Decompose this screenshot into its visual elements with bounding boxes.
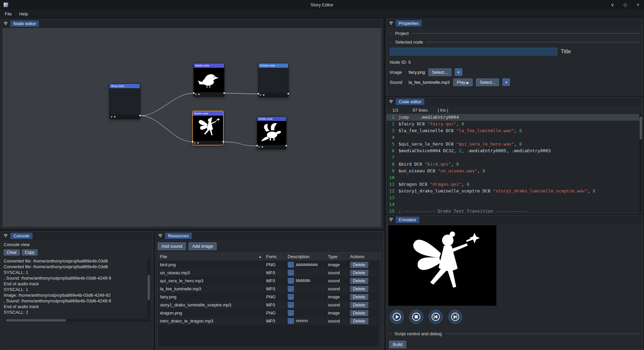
node-title: Media node <box>257 117 286 121</box>
input-port[interactable] <box>256 145 258 147</box>
image-clear-button[interactable]: × <box>455 68 462 76</box>
dock-menu-icon[interactable] <box>3 233 8 238</box>
clear-button[interactable]: Clear <box>4 249 20 255</box>
dock-menu-icon[interactable] <box>389 99 393 104</box>
code-editor-header: Code editor <box>386 97 643 106</box>
delete-button[interactable]: Delete <box>350 270 368 276</box>
console-view-label: Console view <box>4 242 150 249</box>
image-select-button[interactable]: Select... <box>428 68 451 76</box>
graph-node-dragon[interactable]: Media node▶◼ <box>257 116 286 149</box>
properties-body: Project Selected node Title Node ID: 5 I… <box>386 27 643 95</box>
delete-button[interactable]: Delete <box>350 302 368 308</box>
resources-header: Resources <box>156 231 384 240</box>
next-button[interactable] <box>448 310 462 324</box>
code-text: $bird DC8 "bird.qoi", 8 <box>398 161 459 168</box>
sound-play-button[interactable]: Play ▶ <box>453 78 473 86</box>
line-number: 5 <box>386 141 398 148</box>
graph-node-bird[interactable]: Media node▶◼ <box>194 63 224 97</box>
previous-button[interactable] <box>429 310 443 324</box>
description-edit-button[interactable]: .. <box>288 302 294 308</box>
build-button[interactable]: Build <box>389 341 406 348</box>
code-vertical-scrollbar-track <box>639 114 642 213</box>
output-port[interactable] <box>285 145 287 147</box>
console-vertical-scrollbar[interactable] <box>148 275 150 300</box>
resource-type: sound <box>326 317 348 325</box>
column-format[interactable]: Form. <box>264 253 285 261</box>
code-vertical-scrollbar[interactable] <box>640 117 642 139</box>
output-port[interactable] <box>287 93 289 95</box>
line-number: 9 <box>386 168 398 174</box>
delete-button[interactable]: Delete <box>350 286 368 292</box>
delete-button[interactable]: Delete <box>350 294 368 300</box>
line-number: 4 <box>386 134 398 141</box>
resource-row: qui_sera_le_hero.mp3MP3..bbbbbbsoundDele… <box>158 277 381 285</box>
dock-menu-icon[interactable] <box>158 233 163 238</box>
copy-button[interactable]: Copy <box>22 249 38 255</box>
resource-type: sound <box>326 285 348 293</box>
code-line: 8$bird DC8 "bird.qoi", 8 <box>386 161 643 168</box>
input-port[interactable] <box>258 93 259 95</box>
console-body: Console view Clear Copy Converted file: … <box>1 240 153 349</box>
description-edit-button[interactable]: .. <box>288 270 294 276</box>
code-area[interactable]: 1jump .mediaEntry00042$fairy DC8 "fairy.… <box>386 114 643 213</box>
play-button[interactable] <box>390 310 404 324</box>
delete-button[interactable]: Delete <box>350 310 368 316</box>
sound-select-button[interactable]: Select... <box>476 78 499 86</box>
add-image-button[interactable]: Add image <box>189 242 217 250</box>
menu-file[interactable]: File <box>1 10 15 18</box>
console-horizontal-scrollbar[interactable] <box>6 319 66 322</box>
stop-button[interactable] <box>409 310 423 324</box>
emulator-panel: Emulator <box>386 215 643 350</box>
sound-clear-button[interactable]: × <box>502 78 510 86</box>
description-text: bbbbbb <box>296 278 310 283</box>
dock-menu-icon[interactable] <box>389 217 393 222</box>
close-button[interactable]: × <box>635 2 641 7</box>
delete-button[interactable]: Delete <box>350 278 368 284</box>
description-edit-button[interactable]: .. <box>288 262 294 268</box>
minimize-button[interactable]: ∨ <box>610 2 615 7</box>
selected-node-group-label: Selected node <box>395 40 423 45</box>
column-description[interactable]: Description <box>285 253 326 261</box>
project-group-label: Project <box>395 31 409 36</box>
delete-button[interactable]: Delete <box>350 262 368 268</box>
code-line: 12$story1_drako_luminelle_sceptre DC8 "s… <box>386 188 643 194</box>
console-output-lines: Converted file: /home/anthony/ostproj/ba… <box>4 258 146 315</box>
dock-menu-icon[interactable] <box>3 21 8 26</box>
input-port[interactable] <box>193 92 195 94</box>
column-type[interactable]: Type <box>326 253 348 261</box>
graph-node-entry[interactable]: Story node▶◼ <box>109 83 140 119</box>
resource-row: dragon.pngPNG..imageDelete <box>158 309 381 317</box>
column-actions[interactable]: Actions <box>348 253 378 261</box>
description-edit-button[interactable]: .. <box>288 278 294 284</box>
resource-description: .. <box>285 269 326 277</box>
script-control-label: Script control and debug <box>394 331 442 336</box>
console-line: SYSCALL: 1 <box>4 287 146 292</box>
graph-node-fairy[interactable]: Media node▶◼ <box>193 111 223 145</box>
node-canvas[interactable]: Story node▶◼Media node▶◼Choice node▶◼Med… <box>2 28 381 227</box>
output-port[interactable] <box>139 115 141 116</box>
title-row: Title <box>390 46 639 57</box>
node-edge <box>141 93 193 116</box>
maximize-button[interactable]: ◇ <box>623 2 628 7</box>
description-edit-button[interactable]: .. <box>288 318 294 324</box>
node-title: Media node <box>194 63 224 68</box>
resource-type: image <box>326 309 348 317</box>
input-port[interactable] <box>192 141 194 142</box>
delete-button[interactable]: Delete <box>350 318 368 324</box>
description-edit-button[interactable]: .. <box>288 286 294 292</box>
resource-description: ..bbbbbb <box>285 277 326 285</box>
node-edge <box>141 116 192 142</box>
column-file[interactable]: File▲ <box>158 253 264 261</box>
menu-help[interactable]: Help <box>16 10 32 18</box>
dock-menu-icon[interactable] <box>389 21 393 25</box>
output-port[interactable] <box>223 92 225 94</box>
description-edit-button[interactable]: .. <box>288 310 294 316</box>
graph-node-choice[interactable]: Choice node▶◼ <box>258 63 288 97</box>
add-sound-button[interactable]: Add sound <box>158 242 186 250</box>
code-line: 2$fairy DC8 "fairy.qoi", 8 <box>386 121 643 127</box>
node-title-input[interactable] <box>390 48 557 56</box>
output-port[interactable] <box>222 141 224 142</box>
description-edit-button[interactable]: .. <box>288 294 294 300</box>
resources-toolbar: Add sound Add image <box>156 240 384 252</box>
sort-ascending-icon: ▲ <box>259 255 262 258</box>
